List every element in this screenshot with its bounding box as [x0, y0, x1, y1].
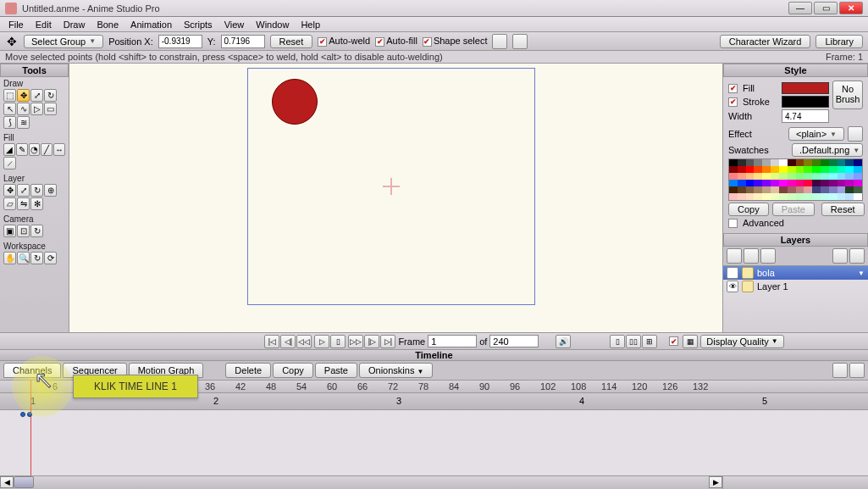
- timeline-onionskins-dropdown[interactable]: Onionskins ▼: [359, 363, 433, 378]
- palette-cell[interactable]: [812, 159, 821, 166]
- close-button[interactable]: ✕: [839, 2, 863, 14]
- palette-cell[interactable]: [771, 159, 779, 166]
- timeline-delete-button[interactable]: Delete: [225, 363, 271, 378]
- palette-cell[interactable]: [762, 186, 771, 193]
- palette-cell[interactable]: [788, 193, 796, 200]
- minimize-button[interactable]: —: [788, 2, 812, 14]
- palette-cell[interactable]: [771, 180, 779, 186]
- position-y-input[interactable]: [221, 35, 265, 48]
- layer-rotate[interactable]: ↻: [30, 184, 43, 197]
- palette-cell[interactable]: [771, 173, 779, 180]
- tool-curve[interactable]: ⟆: [3, 116, 16, 129]
- dq-icon[interactable]: ▦: [683, 335, 698, 348]
- palette-cell[interactable]: [729, 173, 738, 180]
- palette-cell[interactable]: [812, 173, 821, 180]
- palette-cell[interactable]: [754, 159, 762, 166]
- palette-cell[interactable]: [821, 186, 829, 193]
- palette-cell[interactable]: [771, 193, 779, 200]
- palette-cell[interactable]: [829, 173, 838, 180]
- layer-scale[interactable]: ⤢: [17, 184, 30, 197]
- timeline-ruler-seconds[interactable]: 12345: [0, 393, 868, 410]
- palette-cell[interactable]: [796, 159, 804, 166]
- palette-cell[interactable]: [746, 180, 755, 186]
- view-mode-1[interactable]: ▯: [610, 335, 625, 348]
- palette-cell[interactable]: [754, 180, 762, 186]
- character-wizard-button[interactable]: Character Wizard: [720, 35, 811, 48]
- effect-dropdown[interactable]: <plain>▼: [788, 127, 844, 141]
- timeline-copy-button[interactable]: Copy: [273, 363, 313, 378]
- palette-cell[interactable]: [779, 193, 788, 200]
- palette-cell[interactable]: [796, 166, 804, 173]
- palette-cell[interactable]: [796, 173, 804, 180]
- ws-rotate[interactable]: ↻: [30, 252, 43, 264]
- palette-cell[interactable]: [762, 173, 771, 180]
- frame-input[interactable]: [428, 335, 477, 347]
- no-brush-button[interactable]: NoBrush: [832, 81, 863, 109]
- palette-cell[interactable]: [838, 186, 846, 193]
- shape-select-checkbox[interactable]: ✔: [423, 37, 432, 47]
- tool-paint[interactable]: ◢: [3, 143, 15, 156]
- tool-scale[interactable]: ⤢: [30, 89, 43, 102]
- palette-cell[interactable]: [746, 159, 755, 166]
- play-button[interactable]: ▷: [314, 335, 329, 348]
- palette-cell[interactable]: [854, 173, 862, 180]
- tool-eyedrop[interactable]: ✎: [16, 143, 28, 156]
- menu-bone[interactable]: Bone: [91, 18, 124, 31]
- scroll-left-button[interactable]: ◀: [0, 476, 14, 488]
- layer-row-layer1[interactable]: 👁 Layer 1: [723, 280, 868, 293]
- step-fwd-button[interactable]: |▷: [364, 335, 379, 348]
- goto-end-button[interactable]: ▷|: [380, 335, 395, 348]
- tool-bucket[interactable]: ◔: [29, 143, 41, 156]
- palette-cell[interactable]: [754, 166, 762, 173]
- palette-cell[interactable]: [771, 186, 779, 193]
- advanced-checkbox[interactable]: ✔: [728, 219, 738, 228]
- fill-color[interactable]: [782, 82, 829, 94]
- palette-cell[interactable]: [771, 166, 779, 173]
- palette-cell[interactable]: [854, 186, 862, 193]
- layer-up[interactable]: [832, 248, 848, 264]
- menu-draw[interactable]: Draw: [58, 18, 91, 31]
- palette-cell[interactable]: [845, 159, 854, 166]
- tool-freehand[interactable]: ∿: [17, 103, 30, 115]
- palette-cell[interactable]: [746, 166, 755, 173]
- palette-cell[interactable]: [804, 159, 812, 166]
- tool-noise[interactable]: ≋: [17, 116, 30, 129]
- palette-cell[interactable]: [821, 180, 829, 186]
- palette-cell[interactable]: [779, 166, 788, 173]
- option-icon-1[interactable]: [492, 34, 507, 49]
- palette-cell[interactable]: [754, 186, 762, 193]
- menu-view[interactable]: View: [219, 18, 250, 31]
- dq-checkbox[interactable]: ✔: [669, 336, 678, 346]
- palette-cell[interactable]: [804, 180, 812, 186]
- palette-cell[interactable]: [829, 180, 838, 186]
- visibility-icon[interactable]: 👁: [727, 281, 738, 292]
- palette-cell[interactable]: [812, 180, 821, 186]
- palette-cell[interactable]: [854, 159, 862, 166]
- goto-start-button[interactable]: |◁: [264, 335, 279, 348]
- tool-select[interactable]: ⬚: [3, 89, 16, 102]
- option-icon-2[interactable]: [512, 34, 528, 49]
- stroke-checkbox[interactable]: ✔: [728, 97, 738, 107]
- stop-button[interactable]: ▯: [330, 335, 346, 348]
- tool-width[interactable]: ↔: [53, 143, 65, 156]
- tool-translate[interactable]: ✥: [17, 89, 30, 102]
- canvas[interactable]: [69, 64, 722, 332]
- palette-cell[interactable]: [804, 166, 812, 173]
- palette-cell[interactable]: [804, 193, 812, 200]
- ws-pan[interactable]: ✋: [3, 252, 16, 264]
- palette-cell[interactable]: [796, 180, 804, 186]
- palette-cell[interactable]: [779, 159, 788, 166]
- layer-setorigin[interactable]: ⊕: [44, 184, 57, 197]
- keyframe[interactable]: [20, 412, 25, 417]
- palette-cell[interactable]: [729, 186, 738, 193]
- view-mode-3[interactable]: ⊞: [642, 335, 657, 348]
- tab-channels[interactable]: Channels: [3, 363, 61, 378]
- menu-file[interactable]: File: [3, 18, 29, 31]
- palette-cell[interactable]: [838, 193, 846, 200]
- palette-cell[interactable]: [729, 166, 738, 173]
- palette-cell[interactable]: [845, 173, 854, 180]
- layer-dup[interactable]: [744, 248, 759, 264]
- display-quality-dropdown[interactable]: Display Quality▼: [700, 335, 783, 348]
- palette-cell[interactable]: [829, 186, 838, 193]
- timeline-ruler-frames[interactable]: 6121824303642485460667278849096102108114…: [0, 380, 868, 393]
